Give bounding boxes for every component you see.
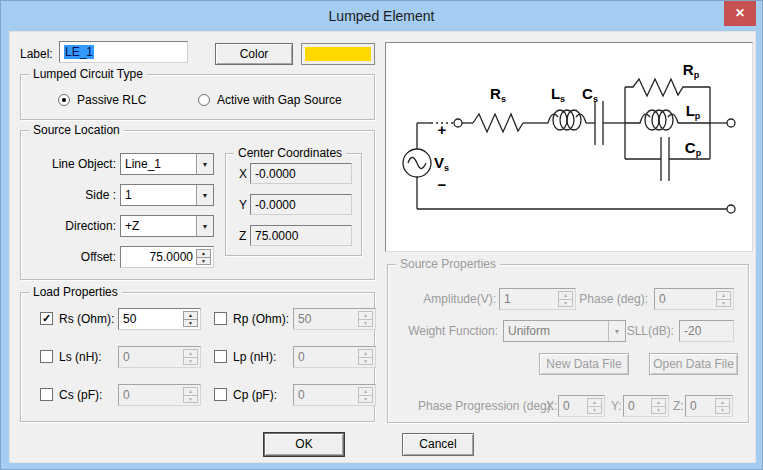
rs-input[interactable]: 50 ▲ ▼ <box>118 308 201 330</box>
phase-label: Phase (deg): <box>568 292 648 306</box>
label-caption: Label: <box>20 47 53 61</box>
svg-text:Cs: Cs <box>582 85 598 104</box>
window-title: Lumped Element <box>1 8 762 24</box>
offset-input[interactable]: 75.0000 ▲ ▼ <box>120 246 214 268</box>
weight-function-label: Weight Function: <box>398 324 498 338</box>
phase-x-spinner: ▲ ▼ <box>587 398 602 414</box>
svg-text:Rs: Rs <box>490 85 506 104</box>
dropdown-icon: ▼ <box>608 321 625 341</box>
rs-circuit-label: R <box>490 85 501 102</box>
coord-y-field: -0.0000 <box>250 194 352 215</box>
line-object-combo[interactable]: Line_1 ▼ <box>120 153 214 175</box>
cp-spinner: ▲ ▼ <box>358 387 373 403</box>
lp-spinner: ▲ ▼ <box>358 349 373 365</box>
phase-progression-x-label: X: <box>546 399 557 413</box>
spin-up-icon: ▲ <box>358 311 373 319</box>
source-location-group: Source Location Line Object: Line_1 ▼ Si… <box>20 130 375 280</box>
coord-z-label: Z <box>239 229 246 243</box>
source-location-title: Source Location <box>29 123 124 137</box>
rp-label: Rp (Ohm): <box>233 312 289 326</box>
svg-text:Vs: Vs <box>434 154 449 173</box>
spin-down-icon: ▼ <box>183 395 198 404</box>
svg-text:Rp: Rp <box>683 61 700 80</box>
ls-checkbox[interactable] <box>40 350 53 363</box>
spin-up-icon: ▲ <box>358 387 373 395</box>
spin-up-icon: ▲ <box>651 398 666 406</box>
title-bar[interactable]: Lumped Element ✕ <box>1 1 762 31</box>
phase-progression-y-input: 0 ▲ ▼ <box>623 395 669 417</box>
offset-spinner[interactable]: ▲ ▼ <box>196 249 211 265</box>
spin-up-icon[interactable]: ▲ <box>183 311 198 319</box>
lp-checkbox[interactable] <box>214 350 227 363</box>
phase-input: 0 ▲ ▼ <box>654 288 734 310</box>
spin-up-icon[interactable]: ▲ <box>196 249 211 257</box>
phase-progression-z-label: Z: <box>673 399 684 413</box>
phase-spinner: ▲ ▼ <box>716 291 731 307</box>
spin-up-icon: ▲ <box>716 291 731 299</box>
amplitude-label: Amplitude(V): <box>404 292 496 306</box>
dialog-body: Label: LE_1 Color Lumped Circuit Type Pa… <box>9 31 756 463</box>
color-button[interactable]: Color <box>215 43 293 65</box>
phase-progression-y-label: Y: <box>611 399 622 413</box>
rs-checkbox[interactable]: ✓ <box>40 312 53 325</box>
circuit-diagram-panel: Rs Ls Cs Rp Lp Cp + Vs − <box>385 42 753 252</box>
coord-y-label: Y <box>239 198 247 212</box>
load-properties-title: Load Properties <box>29 285 122 299</box>
dropdown-icon[interactable]: ▼ <box>196 154 213 174</box>
coord-z-field: 75.0000 <box>250 225 352 246</box>
spin-down-icon[interactable]: ▼ <box>183 319 198 328</box>
cp-label: Cp (pF): <box>233 388 277 402</box>
side-label: Side : <box>26 188 116 202</box>
spin-down-icon: ▼ <box>716 299 731 308</box>
direction-label: Direction: <box>26 219 116 233</box>
lp-input: 0 ▲ ▼ <box>293 346 376 368</box>
rp-checkbox[interactable] <box>214 312 227 325</box>
weight-function-combo: Uniform ▼ <box>503 320 626 342</box>
spin-down-icon: ▼ <box>715 406 730 415</box>
ok-button[interactable]: OK <box>264 433 344 456</box>
dropdown-icon[interactable]: ▼ <box>196 185 213 205</box>
center-coordinates-group: Center Coordinates X -0.0000 Y -0.0000 Z… <box>225 153 362 256</box>
lp-circuit-label: L <box>686 102 695 119</box>
offset-label: Offset: <box>26 250 116 264</box>
cp-input: 0 ▲ ▼ <box>293 384 376 406</box>
phase-progression-x-input: 0 ▲ ▼ <box>558 395 605 417</box>
cs-checkbox[interactable] <box>40 388 53 401</box>
close-button[interactable]: ✕ <box>724 1 756 26</box>
spin-up-icon: ▲ <box>715 398 730 406</box>
radio-passive-rlc[interactable] <box>58 94 70 106</box>
amplitude-input: 1 ▲ ▼ <box>499 288 576 310</box>
center-coordinates-title: Center Coordinates <box>234 146 346 160</box>
source-properties-title: Source Properties <box>396 257 500 271</box>
cs-label: Cs (pF): <box>59 388 102 402</box>
color-swatch-frame[interactable] <box>301 43 375 65</box>
spin-down-icon: ▼ <box>358 357 373 366</box>
spin-up-icon: ▲ <box>183 387 198 395</box>
cp-checkbox[interactable] <box>214 388 227 401</box>
spin-down-icon: ▼ <box>358 395 373 404</box>
minus-sign: − <box>438 176 447 193</box>
side-combo[interactable]: 1 ▼ <box>120 184 214 206</box>
new-data-file-button: New Data File <box>539 353 629 375</box>
color-swatch <box>305 47 371 61</box>
spin-down-icon[interactable]: ▼ <box>196 257 211 266</box>
label-input-value: LE_1 <box>64 45 94 59</box>
spin-up-icon: ▲ <box>183 349 198 357</box>
phase-y-spinner: ▲ ▼ <box>651 398 666 414</box>
radio-active-gap-source[interactable] <box>198 94 210 106</box>
circuit-schematic: Rs Ls Cs Rp Lp Cp + Vs − <box>386 43 752 251</box>
radio-active-gap-source-label[interactable]: Active with Gap Source <box>217 93 342 107</box>
rs-spinner[interactable]: ▲ ▼ <box>183 311 198 327</box>
rp-input: 50 ▲ ▼ <box>293 308 376 330</box>
dropdown-icon[interactable]: ▼ <box>196 216 213 236</box>
radio-passive-rlc-label[interactable]: Passive RLC <box>77 93 146 107</box>
phase-progression-z-input: 0 ▲ ▼ <box>685 395 733 417</box>
coord-x-label: X <box>239 167 247 181</box>
cp-circuit-label: C <box>685 139 696 156</box>
direction-combo[interactable]: +Z ▼ <box>120 215 214 237</box>
open-data-file-button: Open Data File <box>649 353 738 375</box>
cancel-button[interactable]: Cancel <box>402 433 474 456</box>
label-input[interactable]: LE_1 <box>59 41 188 63</box>
svg-text:Cp: Cp <box>685 139 702 158</box>
load-properties-group: Load Properties ✓ Rs (Ohm): 50 ▲ ▼ Rp (O… <box>20 292 375 422</box>
